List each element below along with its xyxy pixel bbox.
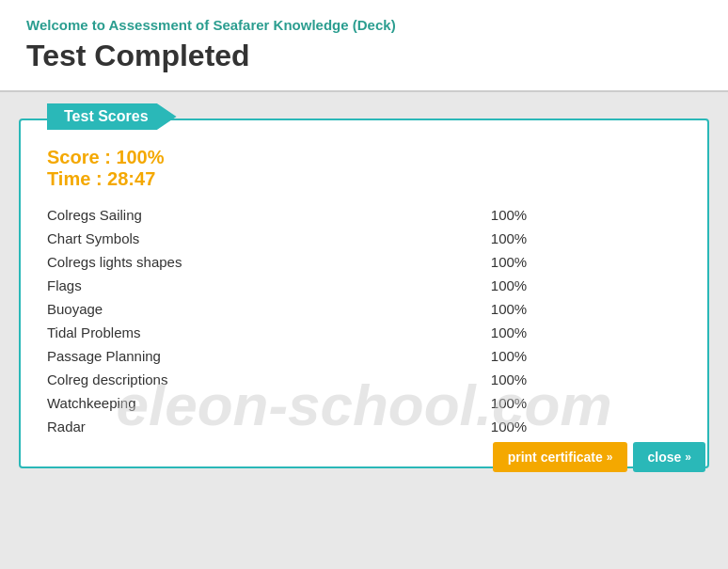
table-row: Watchkeeping100% bbox=[47, 391, 681, 415]
subject-name: Colregs Sailing bbox=[47, 203, 491, 227]
time-line: Time : 28:47 bbox=[47, 168, 681, 190]
main-content: Test Scores Score : 100% Time : 28:47 Co… bbox=[0, 92, 728, 485]
table-row: Radar100% bbox=[47, 415, 681, 438]
table-row: Tidal Problems100% bbox=[47, 321, 681, 344]
score-table: Colregs Sailing100%Chart Symbols100%Colr… bbox=[47, 203, 681, 438]
card-header: Test Scores bbox=[47, 103, 177, 130]
subject-name: Flags bbox=[47, 274, 491, 297]
subject-score: 100% bbox=[491, 344, 681, 368]
subject-score: 100% bbox=[491, 415, 681, 438]
subject-score: 100% bbox=[491, 321, 681, 344]
table-row: Chart Symbols100% bbox=[47, 227, 681, 250]
close-button[interactable]: close » bbox=[633, 442, 706, 472]
score-line: Score : 100% bbox=[47, 147, 681, 168]
table-row: Buoyage100% bbox=[47, 297, 681, 321]
subject-name: Colreg descriptions bbox=[47, 368, 491, 391]
scores-card: Test Scores Score : 100% Time : 28:47 Co… bbox=[19, 119, 709, 468]
print-certificate-button[interactable]: print certificate » bbox=[493, 442, 627, 472]
subject-score: 100% bbox=[491, 203, 681, 227]
subject-score: 100% bbox=[491, 274, 681, 297]
welcome-text: Welcome to Assessment of Seafarer Knowle… bbox=[26, 17, 702, 33]
table-row: Flags100% bbox=[47, 274, 681, 297]
subject-name: Buoyage bbox=[47, 297, 491, 321]
table-row: Colregs Sailing100% bbox=[47, 203, 681, 227]
table-row: Passage Planning100% bbox=[47, 344, 681, 368]
subject-score: 100% bbox=[491, 227, 681, 250]
subject-name: Chart Symbols bbox=[47, 227, 491, 250]
footer-buttons: print certificate » close » bbox=[493, 442, 705, 472]
subject-name: Passage Planning bbox=[47, 344, 491, 368]
subject-score: 100% bbox=[491, 250, 681, 274]
table-row: Colregs lights shapes100% bbox=[47, 250, 681, 274]
table-row: Colreg descriptions100% bbox=[47, 368, 681, 391]
subject-name: Radar bbox=[47, 415, 491, 438]
subject-score: 100% bbox=[491, 368, 681, 391]
subject-name: Colregs lights shapes bbox=[47, 250, 491, 274]
page-title: Test Completed bbox=[26, 39, 702, 73]
subject-name: Tidal Problems bbox=[47, 321, 491, 344]
subject-score: 100% bbox=[491, 297, 681, 321]
subject-score: 100% bbox=[491, 391, 681, 415]
subject-name: Watchkeeping bbox=[47, 391, 491, 415]
